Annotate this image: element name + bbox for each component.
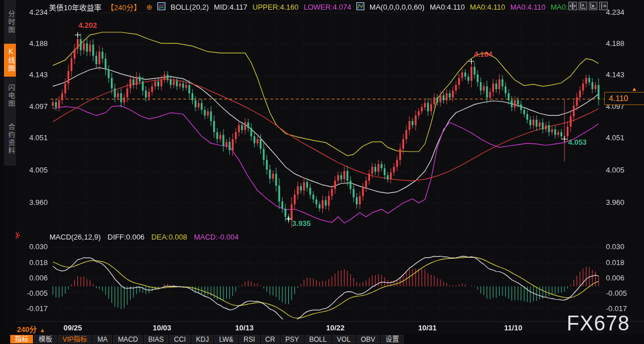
period-label[interactable]: 【240分】 xyxy=(106,2,141,12)
boll-indicator-icon[interactable] xyxy=(157,2,165,12)
y-axis-label-right: 4.051 xyxy=(606,133,625,142)
toolbar-item-cr[interactable]: CR xyxy=(261,335,280,343)
toolbar-item-templates[interactable]: 模板 xyxy=(34,335,57,343)
zoom-axis-left-icon[interactable] xyxy=(579,2,587,10)
toolbar-item-cci[interactable]: CCI xyxy=(169,335,190,343)
macd-y-label: 0.006 xyxy=(17,274,48,282)
x-axis-date: 10/13 xyxy=(235,324,254,332)
toolbar-item-macd[interactable]: MACD xyxy=(113,335,142,343)
zoom-axis-right-icon[interactable] xyxy=(589,2,597,10)
exit-right-icon[interactable] xyxy=(599,2,608,10)
sidebar-blank xyxy=(4,166,16,335)
toolbar-item-settings[interactable]: 设置 xyxy=(381,335,404,343)
chart-header: 美债10年收益率 【240分】 ⊕ BOLL(20,2) MID:4.117 U… xyxy=(49,2,578,12)
toolbar-item-psy[interactable]: PSY xyxy=(281,335,304,343)
macd-macd-value: MACD:-0.004 xyxy=(194,233,239,241)
toolbar-item-indicators[interactable]: 指标 xyxy=(10,335,33,343)
y-axis-label: 4.051 xyxy=(17,133,48,142)
y-axis-label-right: 4.143 xyxy=(606,70,625,79)
macd-header: MACD(26,12,9) DIFF:0.006 DEA:0.008 MACD:… xyxy=(49,233,239,241)
sidebar: 分时图 K线图 闪电图 合约资料 xyxy=(0,0,16,335)
toolbar-item-kdj[interactable]: KDJ xyxy=(192,335,214,343)
toolbar-item-bias[interactable]: BIAS xyxy=(144,335,168,343)
macd-y-label-right: 0.018 xyxy=(606,258,625,267)
sidebar-edge xyxy=(0,0,4,344)
current-price-label: 4.110 xyxy=(604,92,644,105)
toolbar-item-vol[interactable]: VOL xyxy=(333,335,355,343)
indicator-toolbar: 指标 模板 VIP指标 MA MACD BIAS CCI KDJ LW& RSI… xyxy=(0,334,644,344)
y-axis-label: 4.143 xyxy=(17,70,48,79)
macd-y-label: -0.005 xyxy=(17,289,48,297)
y-axis-label-right: 4.005 xyxy=(606,166,625,174)
y-axis-label-right: 4.188 xyxy=(606,39,625,48)
y-axis-label: 3.960 xyxy=(17,198,48,207)
annotation-low: 4.053 xyxy=(568,138,587,146)
ma3-value: MA0:4.110 xyxy=(510,3,546,11)
x-axis-date: 10/31 xyxy=(418,324,437,332)
ma1-value: MA0:4.110 xyxy=(430,3,465,11)
x-axis-date: 09/25 xyxy=(64,324,82,332)
sidebar-item-lightning[interactable]: 闪电图 xyxy=(4,79,16,112)
watermark: FX678 xyxy=(567,312,630,335)
boll-lower-value: LOWER:4.074 xyxy=(304,3,351,11)
x-axis-date: 10/22 xyxy=(326,324,345,332)
trading-app: 分时图 K线图 闪电图 合约资料 美债10年收益率 【240分】 ⊕ BOLL(… xyxy=(0,0,644,344)
macd-y-label-right: 0.030 xyxy=(606,242,625,251)
y-axis-label: 4.097 xyxy=(17,102,48,111)
toolbar-item-lw[interactable]: LW& xyxy=(214,335,238,343)
sidebar-item-kline[interactable]: K线图 xyxy=(4,44,16,77)
ma2-value: MA0:4.110 xyxy=(470,3,505,11)
page-title: 美债10年收益率 xyxy=(49,2,101,12)
chevron-up-icon: ▲ xyxy=(40,327,45,333)
toolbar-item-obv[interactable]: OBV xyxy=(356,335,380,343)
toolbar-item-rsi[interactable]: RSI xyxy=(239,335,260,343)
y-axis-label-right: 3.960 xyxy=(606,198,625,207)
ma-indicator-icon[interactable] xyxy=(356,2,364,12)
toolbar-item-ma[interactable]: MA xyxy=(93,335,112,343)
sidebar-item-timeshare[interactable]: 分时图 xyxy=(4,3,16,41)
macd-y-label-right: -0.005 xyxy=(606,289,627,297)
y-axis-label-right: 4.234 xyxy=(606,8,625,16)
macd-name: MACD(26,12,9) xyxy=(49,233,101,241)
period-selector[interactable]: 240分▲ xyxy=(17,324,45,334)
boll-mid-value: MID:4.117 xyxy=(214,3,247,11)
toolbar-item-vip-indicators[interactable]: VIP指标 xyxy=(58,335,92,343)
macd-dea-value: DEA:0.008 xyxy=(151,233,187,241)
annotation-low: 3.935 xyxy=(292,219,311,228)
macd-diff-value: DIFF:0.006 xyxy=(107,233,144,241)
y-axis-label: 4.234 xyxy=(17,8,48,16)
sidebar-item-contract-info[interactable]: 合约资料 xyxy=(4,115,16,163)
y-axis-label: 4.005 xyxy=(17,166,48,174)
y-axis-label: 4.188 xyxy=(17,39,48,48)
boll-upper-value: UPPER:4.160 xyxy=(252,3,298,11)
link-icon[interactable]: ⊕ xyxy=(146,3,152,11)
chart-tools xyxy=(568,2,608,10)
ma-label: MA(0,0,0,0,0,60) xyxy=(369,3,425,11)
macd-y-label-right: 0.006 xyxy=(606,274,625,282)
pan-icon[interactable] xyxy=(568,2,577,10)
price-up-arrow-icon: ▲ xyxy=(631,86,637,92)
macd-y-label: -0.017 xyxy=(17,304,48,313)
macd-y-label: 0.018 xyxy=(17,258,48,267)
price-chart-canvas[interactable] xyxy=(0,0,644,344)
macd-y-label: 0.030 xyxy=(17,242,48,251)
x-axis-date: 11/10 xyxy=(504,324,522,332)
x-axis-date: 10/03 xyxy=(153,324,172,332)
annotation-high: 4.164 xyxy=(474,50,493,58)
annotation-high: 4.202 xyxy=(78,21,97,30)
toolbar-item-boll[interactable]: BOLL xyxy=(305,335,331,343)
boll-label: BOLL(20,2) xyxy=(171,3,209,11)
